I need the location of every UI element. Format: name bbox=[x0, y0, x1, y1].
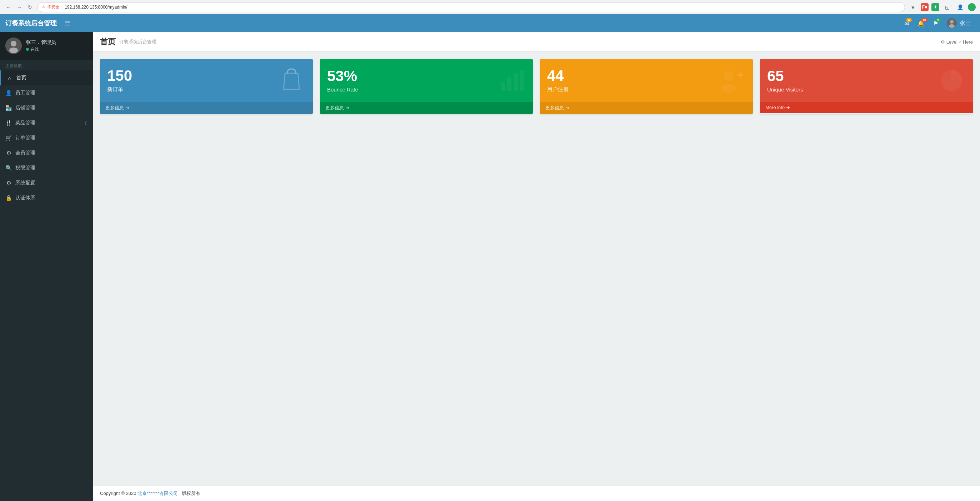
menu-icon: 🍴 bbox=[5, 120, 12, 126]
sidebar-item-store[interactable]: 🏪 店铺管理 bbox=[0, 101, 93, 115]
stat-footer-userreg-text: 更多信息 ➔ bbox=[546, 105, 569, 111]
sidebar-user-status: 在线 bbox=[26, 46, 88, 53]
sidebar-section-label: 主要导航 bbox=[0, 60, 93, 70]
breadcrumb: ⚙ Level > Here bbox=[941, 39, 973, 45]
user-panel: 张三．管理员 在线 bbox=[0, 32, 93, 60]
permission-icon: 🔍 bbox=[5, 165, 12, 171]
sidebar-item-label-menu: 菜品管理 bbox=[15, 120, 84, 126]
sidebar-item-order[interactable]: 🛒 订单管理 bbox=[0, 131, 93, 145]
sidebar-user-name: 张三．管理员 bbox=[26, 39, 88, 46]
svg-point-0 bbox=[950, 20, 954, 24]
sidebar-item-config[interactable]: ⚙ 系统配置 bbox=[0, 176, 93, 190]
browser-bar: ← → ↻ ⚠ 不安全 | 192.168.220.135:8000/myadm… bbox=[0, 0, 980, 14]
sidebar-item-auth[interactable]: 🔒 认证体系 bbox=[0, 190, 93, 206]
stat-footer-userreg[interactable]: 更多信息 ➔ bbox=[540, 102, 753, 114]
profile-button[interactable]: 👤 bbox=[955, 2, 965, 12]
sidebar-item-permission[interactable]: 🔍 权限管理 bbox=[0, 160, 93, 176]
url-text: 192.168.220.135:8000/myadmin/ bbox=[65, 5, 127, 10]
footer-copyright: Copyright © 2020 bbox=[100, 491, 136, 496]
sidebar-item-label-permission: 权限管理 bbox=[15, 165, 88, 171]
sidebar-toggle-button[interactable]: ☰ bbox=[60, 16, 75, 30]
bell-badge: 10 bbox=[921, 18, 928, 22]
mail-badge: 4 bbox=[906, 18, 912, 22]
url-separator: | bbox=[61, 5, 62, 10]
svg-rect-8 bbox=[520, 70, 524, 91]
stat-label-orders: 新订单 bbox=[107, 86, 132, 93]
breadcrumb-current: Here bbox=[963, 39, 973, 45]
svg-point-1 bbox=[949, 24, 955, 28]
stat-card-unique-visitors: 65 Unique Visitors bbox=[760, 59, 973, 114]
content-wrapper: 首页 订餐系统后台管理 ⚙ Level > Here 150 bbox=[93, 32, 980, 501]
sidebar-item-label-auth: 认证体系 bbox=[15, 195, 88, 201]
stat-footer-visitors[interactable]: More info ➔ bbox=[760, 102, 973, 113]
browser-nav: ← → ↻ bbox=[4, 3, 34, 11]
sidebar-item-menu[interactable]: 🍴 菜品管理 ❮ bbox=[0, 115, 93, 131]
stat-info-orders: 150 新订单 bbox=[107, 68, 132, 93]
stat-info-userreg: 44 用户注册 bbox=[547, 68, 569, 93]
stat-card-body-userreg: 44 用户注册 bbox=[540, 59, 753, 102]
content-body: 150 新订单 更多信息 ➔ bbox=[93, 52, 980, 486]
sidebar-item-label-order: 订单管理 bbox=[15, 135, 88, 141]
svg-point-3 bbox=[11, 41, 16, 46]
user-plus-icon bbox=[717, 66, 746, 95]
footer: Copyright © 2020 北京*******有限公司 . 版权所有 bbox=[93, 486, 980, 501]
lock-icon: ⚠ bbox=[42, 5, 45, 9]
brand-title: 订餐系统后台管理 bbox=[5, 19, 57, 27]
reload-button[interactable]: ↻ bbox=[26, 3, 34, 11]
user-info: 张三．管理员 在线 bbox=[26, 39, 88, 53]
breadcrumb-subtitle: 订餐系统后台管理 bbox=[119, 38, 156, 45]
svg-rect-7 bbox=[514, 73, 518, 91]
stats-row: 150 新订单 更多信息 ➔ bbox=[100, 59, 973, 114]
content-header-left: 首页 订餐系统后台管理 bbox=[100, 37, 156, 47]
stat-number-visitors: 65 bbox=[767, 69, 803, 84]
sidebar-item-member[interactable]: ⚙ 会员管理 bbox=[0, 145, 93, 160]
main-layout: 张三．管理员 在线 主要导航 ⌂ 首页 👤 员工管理 🏪 店铺管理 🍴 菜品管理… bbox=[0, 32, 980, 501]
bookmark-button[interactable]: ★ bbox=[908, 2, 918, 12]
ext-fb-icon[interactable]: F■ bbox=[921, 3, 929, 11]
ext-green-icon[interactable]: ✦ bbox=[931, 3, 939, 11]
content-header-right: ⚙ Level > Here bbox=[941, 39, 973, 45]
flag-button[interactable]: ⚑ 9 bbox=[930, 17, 942, 30]
bag-icon bbox=[277, 66, 306, 95]
address-bar[interactable]: ⚠ 不安全 | 192.168.220.135:8000/myadmin/ bbox=[37, 2, 905, 12]
content-header: 首页 订餐系统后台管理 ⚙ Level > Here bbox=[93, 32, 980, 52]
employee-icon: 👤 bbox=[5, 90, 12, 96]
flag-badge: 9 bbox=[935, 18, 941, 22]
breadcrumb-level: Level bbox=[947, 39, 958, 45]
config-icon: ⚙ bbox=[5, 180, 12, 186]
pie-icon bbox=[937, 66, 966, 95]
footer-rights: . 版权所有 bbox=[179, 491, 200, 496]
mail-button[interactable]: ✉ 4 bbox=[901, 17, 913, 30]
svg-rect-6 bbox=[507, 77, 511, 91]
extensions-button[interactable]: ◱ bbox=[942, 2, 952, 12]
sidebar-item-label-store: 店铺管理 bbox=[15, 105, 88, 111]
stat-footer-bounce-text: 更多信息 ➔ bbox=[325, 105, 349, 111]
stat-label-userreg: 用户注册 bbox=[547, 86, 569, 93]
back-button[interactable]: ← bbox=[4, 3, 13, 11]
ext-circle-icon[interactable] bbox=[968, 3, 976, 11]
stat-footer-orders-text: 更多信息 ➔ bbox=[105, 105, 129, 111]
stat-label-bounce: Bounce Rate bbox=[327, 86, 358, 93]
stat-card-body-bounce: 53% Bounce Rate bbox=[320, 59, 533, 102]
stat-footer-orders[interactable]: 更多信息 ➔ bbox=[100, 102, 313, 114]
svg-rect-5 bbox=[501, 82, 505, 91]
stat-footer-visitors-text: More info ➔ bbox=[765, 105, 790, 110]
forward-button[interactable]: → bbox=[15, 3, 24, 11]
top-navbar: 订餐系统后台管理 ☰ ✉ 4 🔔 10 ⚑ 9 张三 bbox=[0, 14, 980, 32]
store-icon: 🏪 bbox=[5, 105, 12, 111]
member-icon: ⚙ bbox=[5, 150, 12, 156]
sidebar-item-employee[interactable]: 👤 员工管理 bbox=[0, 85, 93, 101]
user-avatar bbox=[5, 38, 22, 54]
stat-number-bounce: 53% bbox=[327, 69, 358, 84]
stat-footer-bounce[interactable]: 更多信息 ➔ bbox=[320, 102, 533, 114]
bell-button[interactable]: 🔔 10 bbox=[914, 17, 928, 30]
home-icon: ⌂ bbox=[6, 75, 13, 81]
page-title: 首页 bbox=[100, 37, 116, 47]
sidebar-item-label-member: 会员管理 bbox=[15, 150, 88, 156]
sidebar-item-home[interactable]: ⌂ 首页 bbox=[0, 70, 93, 85]
stat-card-user-reg: 44 用户注册 更多信息 ➔ bbox=[540, 59, 753, 114]
stat-number-orders: 150 bbox=[107, 68, 132, 83]
footer-company-link[interactable]: 北京*******有限公司 bbox=[137, 491, 178, 496]
user-menu[interactable]: 张三 bbox=[943, 16, 975, 30]
sidebar: 张三．管理员 在线 主要导航 ⌂ 首页 👤 员工管理 🏪 店铺管理 🍴 菜品管理… bbox=[0, 32, 93, 501]
